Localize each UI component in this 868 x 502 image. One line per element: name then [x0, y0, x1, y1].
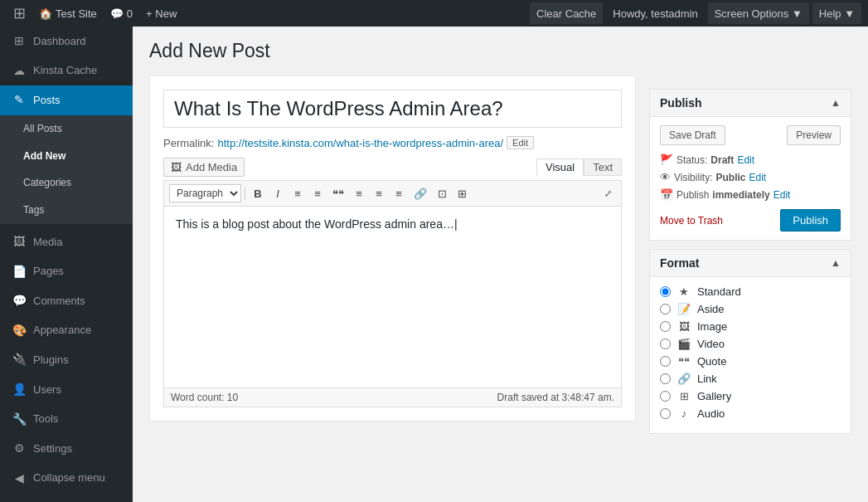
format-icon-link: 🔗 — [677, 373, 691, 385]
publish-button[interactable]: Publish — [780, 209, 841, 232]
permalink-link[interactable]: http://testsite.kinsta.com/what-is-the-w… — [217, 137, 503, 149]
sidebar-item-tools[interactable]: 🔧 Tools — [0, 405, 133, 435]
sidebar-item-users[interactable]: 👤 Users — [0, 375, 133, 405]
sidebar-item-appearance[interactable]: 🎨 Appearance — [0, 316, 133, 346]
format-label-image: Image — [697, 320, 727, 333]
format-panel-header[interactable]: Format ▲ — [650, 250, 851, 277]
sidebar-label-dashboard: Dashboard — [33, 34, 86, 49]
admin-bar-site[interactable]: 🏠 Test Site — [32, 0, 104, 27]
visual-tab[interactable]: Visual — [536, 158, 584, 176]
format-radio-audio[interactable] — [660, 408, 671, 419]
sidebar-item-all-posts[interactable]: All Posts — [0, 115, 133, 143]
publish-panel: Publish ▲ Save Draft Preview 🚩 Status: D… — [649, 89, 851, 241]
publish-when-edit-link[interactable]: Edit — [773, 189, 791, 201]
italic-button[interactable]: I — [269, 185, 287, 202]
site-icon: 🏠 — [39, 7, 52, 20]
sidebar-item-dashboard[interactable]: ⊞ Dashboard — [0, 27, 133, 56]
status-row: 🚩 Status: Draft Edit — [660, 154, 841, 166]
publish-panel-header[interactable]: Publish ▲ — [650, 90, 851, 117]
text-cursor — [454, 217, 458, 231]
sidebar-item-plugins[interactable]: 🔌 Plugins — [0, 345, 133, 375]
admin-bar-howdy: Howdy, testadmin — [606, 7, 704, 20]
admin-bar-right: Clear Cache Howdy, testadmin Screen Opti… — [530, 2, 861, 24]
format-option-standard: ★Standard — [660, 285, 841, 298]
sidebar-label-posts: Posts — [33, 93, 61, 108]
table-button[interactable]: ⊞ — [453, 185, 471, 202]
status-label: Status: — [676, 154, 707, 166]
post-title-input[interactable] — [163, 90, 622, 128]
visibility-label: Visibility: — [674, 172, 712, 183]
format-option-aside: 📝Aside — [660, 303, 841, 315]
permalink-edit-button[interactable]: Edit — [507, 136, 534, 149]
format-radio-image[interactable] — [660, 321, 671, 332]
clear-cache-button[interactable]: Clear Cache — [530, 2, 603, 24]
sidebar-item-collapse[interactable]: ◀ Collapse menu — [0, 464, 133, 494]
text-tab[interactable]: Text — [584, 158, 622, 176]
sidebar-item-comments[interactable]: 💬 Comments — [0, 286, 133, 316]
format-icon-audio: ♪ — [677, 407, 691, 420]
format-radio-quote[interactable] — [660, 356, 671, 367]
format-option-gallery: ⊞Gallery — [660, 390, 841, 402]
save-draft-button[interactable]: Save Draft — [660, 125, 725, 145]
sidebar-item-categories[interactable]: Categories — [0, 169, 133, 197]
help-button[interactable]: Help ▼ — [812, 2, 861, 24]
sidebar-item-kinsta-cache[interactable]: ☁ Kinsta Cache — [0, 56, 133, 86]
panels-col: Publish ▲ Save Draft Preview 🚩 Status: D… — [636, 76, 851, 489]
format-panel-title: Format — [660, 256, 699, 270]
permalink-row: Permalink: http://testsite.kinsta.com/wh… — [163, 136, 622, 149]
sidebar-label-pages: Pages — [33, 264, 64, 279]
ul-button[interactable]: ≡ — [289, 185, 307, 202]
move-to-trash-link[interactable]: Move to Trash — [660, 215, 723, 227]
preview-button[interactable]: Preview — [787, 125, 841, 145]
page-title: Add New Post — [149, 40, 851, 62]
collapse-icon: ◀ — [12, 470, 27, 487]
editor-content-area[interactable]: This is a blog post about the WordPress … — [163, 206, 622, 388]
word-count-value: 10 — [227, 392, 238, 403]
format-icon-video: 🎬 — [677, 338, 691, 350]
sidebar-item-posts[interactable]: ✎ Posts — [0, 85, 133, 115]
comments-count: 0 — [127, 7, 133, 20]
status-icon: 🚩 — [660, 154, 673, 166]
sidebar: ⊞ Dashboard ☁ Kinsta Cache ✎ Posts All P… — [0, 27, 133, 502]
sidebar-item-settings[interactable]: ⚙ Settings — [0, 434, 133, 464]
format-label-aside: Aside — [697, 303, 725, 315]
align-left-button[interactable]: ≡ — [350, 185, 368, 202]
screen-options-label: Screen Options ▼ — [715, 7, 803, 20]
categories-label: Categories — [23, 176, 71, 190]
format-radio-gallery[interactable] — [660, 391, 671, 402]
sidebar-label-tools: Tools — [33, 412, 58, 426]
screen-options-button[interactable]: Screen Options ▼ — [708, 2, 809, 24]
sidebar-label-appearance: Appearance — [33, 323, 91, 338]
format-radio-standard[interactable] — [660, 286, 671, 297]
status-edit-link[interactable]: Edit — [737, 154, 754, 166]
bold-button[interactable]: B — [249, 185, 267, 202]
wp-logo[interactable]: ⊞ — [7, 4, 32, 22]
users-icon: 👤 — [12, 382, 27, 398]
format-bar: Paragraph B I ≡ ≡ ❝❝ ≡ ≡ ≡ 🔗 ⊡ ⊞ — [163, 180, 622, 206]
admin-bar-comments[interactable]: 💬 0 — [104, 0, 139, 27]
link-button[interactable]: 🔗 — [410, 185, 431, 202]
format-radio-video[interactable] — [660, 339, 671, 349]
sidebar-item-add-new[interactable]: Add New — [0, 143, 133, 170]
align-center-button[interactable]: ≡ — [370, 185, 388, 202]
publish-row1: Save Draft Preview — [660, 125, 841, 145]
format-radio-link[interactable] — [660, 373, 671, 384]
permalink-label: Permalink: — [163, 137, 214, 149]
publish-panel-toggle: ▲ — [831, 97, 841, 109]
admin-bar-new[interactable]: + New — [139, 0, 183, 27]
visibility-edit-link[interactable]: Edit — [749, 172, 766, 183]
insert-button[interactable]: ⊡ — [433, 185, 451, 202]
sidebar-item-tags[interactable]: Tags — [0, 197, 133, 224]
add-media-icon: 🖼 — [171, 161, 182, 173]
appearance-icon: 🎨 — [12, 323, 27, 339]
sidebar-item-pages[interactable]: 📄 Pages — [0, 257, 133, 287]
add-media-button[interactable]: 🖼 Add Media — [163, 158, 245, 177]
format-label-quote: Quote — [697, 355, 726, 368]
align-right-button[interactable]: ≡ — [390, 185, 408, 202]
format-radio-aside[interactable] — [660, 304, 671, 314]
expand-button[interactable]: ⤢ — [600, 186, 616, 202]
blockquote-button[interactable]: ❝❝ — [328, 185, 348, 202]
sidebar-item-media[interactable]: 🖼 Media — [0, 227, 133, 257]
paragraph-select[interactable]: Paragraph — [169, 184, 241, 202]
ol-button[interactable]: ≡ — [308, 185, 327, 202]
